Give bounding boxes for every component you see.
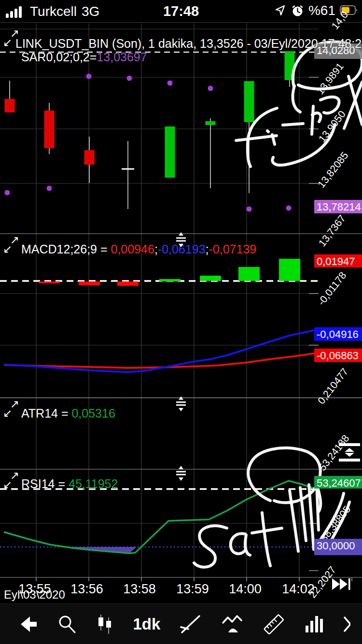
hand-drawn-annotation [262, 513, 270, 566]
sar-value: 13,03697 [97, 50, 147, 64]
macd-value-segment: ; [154, 242, 158, 256]
fast-forward-icon[interactable] [331, 577, 352, 593]
hand-drawn-annotation [267, 131, 268, 132]
sar-dot [167, 81, 173, 86]
chart-style-button[interactable] [97, 614, 113, 635]
drawing-tools-button[interactable] [180, 614, 201, 634]
measure-button[interactable] [263, 613, 285, 635]
candle-body [44, 111, 55, 148]
back-arrow-icon [19, 616, 38, 633]
ruler-icon [263, 613, 285, 635]
macd-histogram-bar [79, 281, 100, 285]
pane-splitter-handle[interactable] [339, 442, 361, 464]
price-axis-value-box: -0,06863 [314, 349, 362, 362]
bottom-toolbar: 1dk [0, 603, 362, 644]
hand-drawn-annotation [236, 136, 277, 140]
sar-dot [86, 74, 92, 79]
sar-label: SAR0,02;0,2= [21, 50, 97, 64]
hand-drawn-annotation [231, 533, 245, 554]
price-axis-value-box: 53,24607 [314, 476, 362, 489]
macd-histogram-bar [39, 281, 60, 283]
bar-chart-icon [305, 614, 324, 634]
indicators-icon [222, 614, 243, 634]
macd-histogram-bar [238, 267, 260, 281]
more-tools-button[interactable] [344, 615, 350, 634]
time-axis-label: 13:58 [123, 582, 156, 597]
atr-value: 0,05316 [71, 406, 115, 420]
chart-title: LINK_USDT_BIN (Son), 1 dakika, 13,3526 -… [15, 37, 362, 51]
macd-histogram-bar [200, 276, 221, 281]
macd-value-segment: ; [206, 242, 209, 256]
candle-body [165, 126, 175, 178]
chart-canvas[interactable] [0, 0, 362, 644]
sar-dot [247, 207, 252, 212]
price-axis-value-box: 13,78214 [314, 200, 362, 213]
macd-histogram-bar [159, 279, 181, 281]
macd-indicator-legend: MACD12;26;9 = 0,00946;-0,06193;-0,07139 [21, 242, 256, 256]
hand-drawn-annotation [252, 528, 282, 533]
hand-drawn-annotation [283, 124, 303, 125]
panel-resize-handle-macd[interactable] [175, 232, 187, 250]
rsi-label: RSI14 = [21, 477, 69, 490]
time-axis-label: 14:02 [282, 582, 315, 597]
timeframe-button[interactable]: 1dk [133, 615, 160, 633]
candlestick-icon [97, 614, 113, 635]
expand-panel-icon-atr[interactable]: ↗↙ [3, 399, 19, 420]
rsi-indicator-legend: RSI14 = 45,11952 [21, 477, 118, 491]
date-axis-label: Eyl\03\2020 [4, 588, 65, 602]
panel-resize-handle-rsi[interactable] [175, 465, 187, 484]
trading-app-screen: 14,013,989113,905013,8208513,7367-0,0117… [0, 0, 362, 644]
sar-dot [5, 190, 10, 196]
back-button[interactable] [19, 616, 38, 633]
time-axis-label: 13:56 [70, 582, 103, 597]
expand-panel-icon-macd[interactable]: ↗↙ [3, 235, 19, 256]
chevron-right-partial-icon [344, 615, 350, 634]
macd-line [4, 353, 315, 368]
macd-label: MACD12;26;9 = [21, 242, 111, 256]
macd-histogram-bar [279, 259, 300, 281]
macd-value-segment: 0,00946 [111, 242, 154, 256]
trendline-icon [180, 614, 201, 634]
price-axis-value-box: 0,01947 [314, 254, 362, 267]
hand-drawn-annotation [300, 488, 306, 541]
hand-drawn-annotation [317, 484, 319, 530]
candle-body [206, 121, 216, 125]
atr-label: ATR14 = [21, 406, 71, 420]
sar-indicator-legend: SAR0,02;0,2=13,03697 [21, 50, 147, 64]
macd-value-segment: -0,07139 [209, 242, 257, 256]
time-axis-label: 13:59 [176, 582, 209, 597]
rsi-value: 45,11952 [69, 477, 118, 490]
hand-drawn-annotation [312, 106, 313, 134]
panel-resize-handle-atr[interactable] [175, 396, 187, 414]
expand-panel-icon-main[interactable]: ↗↙ [3, 28, 19, 49]
atr-indicator-legend: ATR14 = 0,05316 [21, 406, 115, 420]
sar-dot [127, 76, 132, 81]
indicators-button[interactable] [222, 614, 243, 634]
timeframe-label: 1dk [133, 615, 160, 633]
search-icon [57, 615, 77, 634]
sar-dot [47, 186, 52, 191]
sar-dot [286, 206, 292, 211]
price-axis-value-box: -0,04916 [314, 327, 362, 341]
candle-body [84, 150, 95, 165]
candle-body [5, 99, 15, 112]
rsi-line [4, 481, 315, 553]
expand-panel-icon-rsi[interactable]: ↗↙ [3, 470, 19, 491]
volume-button[interactable] [305, 614, 324, 634]
time-axis-label: 14:00 [229, 582, 262, 597]
candle-body [244, 81, 254, 122]
macd-histogram-bar [117, 281, 139, 286]
hand-drawn-annotation [245, 535, 250, 555]
search-button[interactable] [57, 615, 77, 634]
price-axis-value-box: 30,0000 [314, 539, 362, 555]
sar-dot [208, 86, 213, 91]
